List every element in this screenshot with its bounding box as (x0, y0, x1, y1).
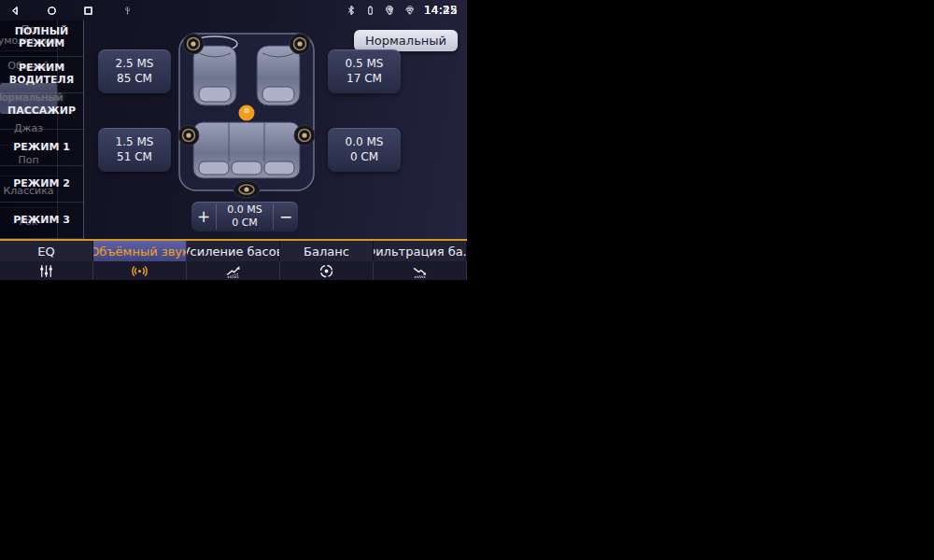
listening-mode-item[interactable]: ПОЛНЫЙ РЕЖИМ (0, 21, 83, 57)
listening-mode-item[interactable]: РЕЖИМ ВОДИТЕЛЯ (0, 57, 83, 93)
surround-sound-screen: 14:25 ПОЛНЫЙ РЕЖИМРЕЖИМ ВОДИТЕЛЯПАССАЖИР… (0, 0, 467, 280)
tab-filter-icon[interactable] (374, 261, 467, 280)
tab-surround-sound[interactable]: Объёмный звук (93, 241, 187, 261)
listening-mode-item[interactable]: РЕЖИМ 3 (0, 203, 83, 239)
car-cabin-map (173, 31, 320, 203)
tab-eq[interactable]: EQ (0, 241, 93, 261)
sound-tabs: EQОбъёмный звукУсиление басовБалансФильт… (0, 239, 467, 280)
battery-icon (365, 5, 375, 16)
adjuster-cm: 0 CM (232, 217, 258, 230)
delay-ms: 1.5 MS (116, 136, 154, 148)
tab-bass-boost[interactable]: Усиление басов (187, 241, 280, 261)
tab-bass-boost-icon[interactable] (187, 261, 280, 280)
listening-mode-sidebar: ПОЛНЫЙ РЕЖИМРЕЖИМ ВОДИТЕЛЯПАССАЖИРРЕЖИМ … (0, 21, 84, 239)
delay-cm: 51 CM (117, 151, 152, 163)
tab-icon-row (0, 261, 467, 280)
delay-cm: 17 CM (347, 73, 382, 85)
nav-home-icon[interactable] (46, 5, 58, 17)
listening-mode-item[interactable]: РЕЖИМ 2 (0, 166, 83, 203)
delay-adjuster: + 0.0 MS 0 CM − (191, 202, 298, 231)
front-right-delay[interactable]: 0.5 MS 17 CM (328, 49, 401, 93)
location-icon (384, 5, 395, 16)
adjuster-ms: 0.0 MS (227, 203, 262, 217)
rear-right-delay[interactable]: 0.0 MS 0 CM (328, 128, 401, 172)
increase-delay-button[interactable]: + (191, 207, 216, 226)
tab-eq-icon[interactable] (0, 261, 93, 280)
listening-mode-item[interactable]: РЕЖИМ 1 (0, 130, 83, 166)
bluetooth-icon (346, 5, 357, 16)
delay-cm: 85 CM (117, 73, 152, 85)
surround-status-bar: 14:25 (0, 0, 467, 21)
delay-ms: 0.0 MS (346, 136, 384, 148)
clock: 14:25 (424, 4, 458, 17)
nav-back-icon[interactable] (9, 5, 21, 17)
delay-ms: 0.5 MS (346, 58, 384, 70)
delay-ms: 2.5 MS (116, 58, 154, 70)
front-left-delay[interactable]: 2.5 MS 85 CM (98, 49, 171, 93)
rear-bench (193, 122, 300, 178)
decrease-delay-button[interactable]: − (274, 207, 298, 226)
nav-recents-icon[interactable] (82, 5, 94, 17)
sound-profile-button[interactable]: Нормальный (354, 30, 458, 51)
listening-mode-item[interactable]: ПАССАЖИР (0, 93, 83, 130)
tab-filter[interactable]: Фильтрация ба... (374, 241, 467, 261)
rear-left-delay[interactable]: 1.5 MS 51 CM (98, 128, 171, 172)
tab-balance[interactable]: Баланс (280, 241, 374, 261)
wifi-icon (403, 5, 416, 16)
tab-label-row: EQОбъёмный звукУсиление басовБалансФильт… (0, 241, 467, 261)
tab-balance-icon[interactable] (280, 261, 374, 280)
delay-cm: 0 CM (350, 151, 378, 163)
tab-surround-sound-icon[interactable] (93, 261, 187, 280)
